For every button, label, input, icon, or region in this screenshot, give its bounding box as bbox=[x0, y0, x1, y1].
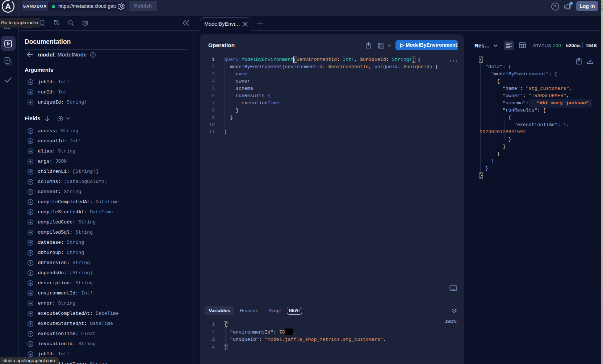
svg-text:?: ? bbox=[554, 4, 557, 9]
svg-text:A: A bbox=[5, 2, 11, 11]
